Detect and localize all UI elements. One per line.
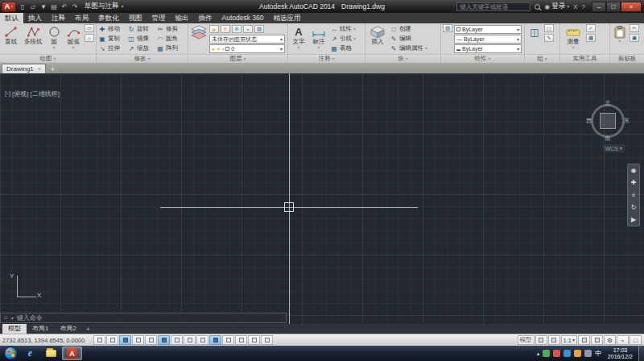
- layer-freeze-button[interactable]: ✻: [232, 25, 242, 33]
- dimension-button[interactable]: 标注 ▾: [309, 24, 328, 54]
- utilities-panel-title[interactable]: 实用工具: [560, 54, 609, 63]
- layer-dropdown[interactable]: ● ☀ ▪ 0 ▾: [209, 44, 285, 53]
- annotation-panel-title[interactable]: 注释 ▾: [288, 54, 365, 63]
- tab-output[interactable]: 输出: [171, 13, 194, 23]
- layout2-tab[interactable]: 布局2: [54, 324, 81, 334]
- tab-plugins[interactable]: 插件: [194, 13, 217, 23]
- group-button[interactable]: ◫: [526, 24, 543, 54]
- tab-home[interactable]: 默认: [0, 13, 23, 23]
- array-button[interactable]: ▦阵列: [156, 44, 185, 53]
- file-tab-drawing1[interactable]: Drawing1 ×: [2, 64, 46, 73]
- trim-button[interactable]: ✂修剪: [156, 24, 185, 34]
- linetype-dropdown[interactable]: — ByLayer ▾: [454, 35, 522, 44]
- new-file-button[interactable]: ▯: [19, 3, 27, 10]
- file-explorer-button[interactable]: [41, 346, 61, 360]
- close-icon[interactable]: ×: [38, 66, 41, 72]
- leader-button[interactable]: ↗引线▾: [330, 34, 356, 44]
- minimize-button[interactable]: –: [592, 2, 606, 12]
- ellipse-button[interactable]: ○: [85, 34, 94, 42]
- tray-icon[interactable]: [553, 350, 560, 357]
- modify-panel-title[interactable]: 修改 ▾: [97, 54, 188, 63]
- show-desktop-button[interactable]: [638, 346, 644, 361]
- toggle-dynamic-input[interactable]: [209, 335, 221, 345]
- block-panel-title[interactable]: 块 ▾: [365, 54, 440, 63]
- tab-manage[interactable]: 管理: [147, 13, 171, 23]
- tab-featured-apps[interactable]: 精选应用: [268, 13, 305, 23]
- table-button[interactable]: ▦表格: [330, 44, 356, 53]
- toolbar-lock-button[interactable]: ▪: [617, 335, 629, 345]
- toggle-infer-constraints[interactable]: [93, 335, 105, 345]
- layout1-tab[interactable]: 布局1: [27, 324, 54, 334]
- navigation-bar[interactable]: ◉ ✚ ± ↻ ▶: [627, 164, 640, 226]
- tab-parametric[interactable]: 参数化: [93, 13, 124, 23]
- maximize-button[interactable]: □: [606, 2, 621, 12]
- text-button[interactable]: A 文字 ▾: [290, 24, 308, 54]
- cut-button[interactable]: ✂: [630, 24, 639, 32]
- measure-button[interactable]: 测量 ▾: [562, 24, 584, 54]
- start-button[interactable]: [4, 346, 18, 360]
- tab-annotate[interactable]: 注释: [47, 13, 70, 23]
- plot-button[interactable]: ▤: [50, 3, 58, 10]
- copy-clip-button[interactable]: ▣: [630, 34, 639, 42]
- line-button[interactable]: 直线: [2, 24, 21, 54]
- model-space-button[interactable]: 模型: [518, 335, 535, 345]
- command-grip-icon[interactable]: ≡: [4, 314, 8, 322]
- coordinate-readout[interactable]: 2732.8513, 1394.6545, 0.0000: [2, 337, 93, 344]
- tray-icon[interactable]: [574, 350, 581, 357]
- quick-select-button[interactable]: ✓: [586, 24, 596, 32]
- polyline-button[interactable]: 多段线: [23, 24, 44, 54]
- annotation-scale-button[interactable]: 1:1 ▾: [561, 335, 577, 345]
- layers-panel-title[interactable]: 图层 ▾: [188, 54, 287, 63]
- redo-button[interactable]: ↷: [71, 3, 79, 10]
- tab-insert[interactable]: 插入: [23, 13, 47, 23]
- group-edit-button[interactable]: ✎: [544, 34, 554, 42]
- rectangle-button[interactable]: ▭: [85, 24, 94, 32]
- clean-screen-button[interactable]: □: [630, 335, 642, 345]
- command-line[interactable]: ≡ ▾ 键入命令: [0, 313, 287, 323]
- quick-view-drawings-button[interactable]: [535, 335, 547, 345]
- open-file-button[interactable]: ▱: [29, 3, 37, 10]
- layer-state-dropdown[interactable]: 未保存的图层状态 ▾: [209, 35, 285, 44]
- visual-style-control[interactable]: [二维线框]: [31, 89, 60, 98]
- toggle-3d-object-snap[interactable]: [171, 335, 183, 345]
- mirror-button[interactable]: ◫镜像: [127, 34, 156, 44]
- annotation-visibility-button[interactable]: [578, 335, 590, 345]
- viewcube-north-label[interactable]: 北: [605, 99, 611, 107]
- zoom-icon[interactable]: ±: [632, 191, 635, 198]
- draw-panel-title[interactable]: 绘图 ▾: [0, 54, 96, 63]
- quick-view-layouts-button[interactable]: [548, 335, 560, 345]
- toggle-polar-tracking[interactable]: [145, 335, 157, 345]
- viewport-menu-control[interactable]: [-]: [5, 89, 10, 98]
- viewcube-west-label[interactable]: 西: [586, 117, 592, 125]
- search-input[interactable]: [456, 2, 530, 11]
- undo-button[interactable]: ↶: [60, 3, 68, 10]
- toggle-ortho-mode[interactable]: [132, 335, 144, 345]
- tab-autodesk360[interactable]: Autodesk 360: [217, 13, 269, 23]
- layer-lock-button[interactable]: ▪: [243, 25, 253, 33]
- new-drawing-tab-button[interactable]: +: [47, 64, 58, 73]
- toggle-quick-properties[interactable]: [248, 335, 260, 345]
- steering-wheel-icon[interactable]: ◉: [631, 167, 637, 174]
- match-properties-button[interactable]: ▨: [443, 24, 452, 32]
- tray-icon[interactable]: [543, 350, 550, 357]
- linear-dimension-button[interactable]: ↔线性▾: [330, 24, 356, 34]
- insert-block-button[interactable]: 插入: [367, 24, 388, 54]
- move-button[interactable]: ✚移动: [98, 24, 127, 34]
- save-button[interactable]: ▼: [39, 3, 47, 10]
- taskbar-clock[interactable]: 17:03 2016/12/2: [605, 347, 635, 360]
- lineweight-dropdown[interactable]: ▬ ByLayer ▾: [454, 44, 522, 53]
- layer-off-button[interactable]: ●: [209, 25, 219, 33]
- viewcube[interactable]: 北 南 西 东: [588, 101, 628, 141]
- copy-button[interactable]: ▣复制: [98, 34, 127, 44]
- exchange-apps-icon[interactable]: X: [573, 3, 577, 10]
- drawing-canvas[interactable]: [-] [俯视] [二维线框] 北 南 西 东 WCS ▾ ◉ ✚ ± ↻ ▶ …: [0, 73, 644, 324]
- search-icon[interactable]: [535, 4, 540, 10]
- new-layout-button[interactable]: +: [82, 326, 94, 333]
- create-block-button[interactable]: □创建: [390, 24, 427, 34]
- scale-button[interactable]: ↗缩放: [127, 44, 156, 53]
- input-language-indicator[interactable]: 中: [595, 349, 602, 359]
- close-button[interactable]: ×: [621, 2, 642, 12]
- tab-view[interactable]: 视图: [124, 13, 147, 23]
- show-motion-icon[interactable]: ▶: [631, 216, 636, 223]
- view-control[interactable]: [俯视]: [12, 89, 28, 98]
